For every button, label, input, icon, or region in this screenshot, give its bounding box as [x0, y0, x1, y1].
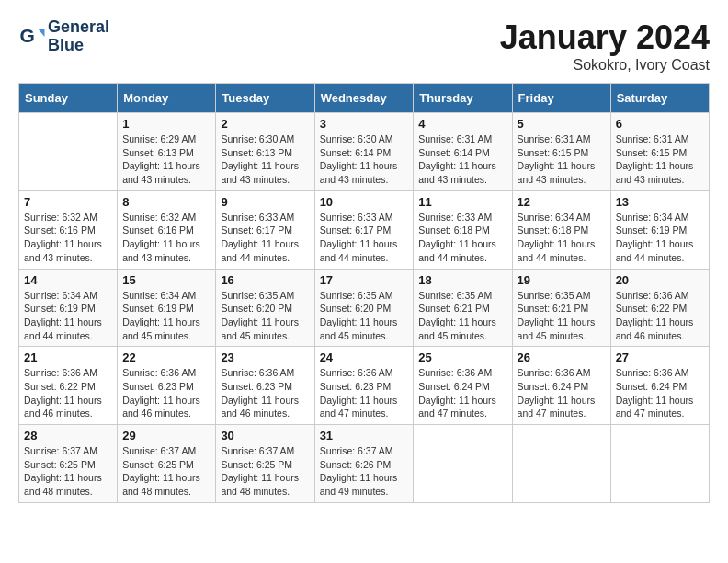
column-header-friday: Friday — [512, 84, 610, 113]
calendar-table: SundayMondayTuesdayWednesdayThursdayFrid… — [18, 83, 710, 503]
calendar-week-1: 1Sunrise: 6:29 AMSunset: 6:13 PMDaylight… — [19, 113, 710, 191]
calendar-cell: 7Sunrise: 6:32 AMSunset: 6:16 PMDaylight… — [19, 190, 118, 269]
day-number: 16 — [221, 273, 309, 287]
column-header-wednesday: Wednesday — [314, 84, 414, 113]
logo-line2: Blue — [48, 37, 109, 55]
day-number: 25 — [418, 350, 506, 364]
day-info: Sunrise: 6:34 AMSunset: 6:19 PMDaylight:… — [616, 211, 704, 265]
day-number: 8 — [122, 195, 210, 209]
day-info: Sunrise: 6:30 AMSunset: 6:13 PMDaylight:… — [221, 132, 309, 187]
calendar-cell: 8Sunrise: 6:32 AMSunset: 6:16 PMDaylight… — [118, 190, 216, 269]
calendar-cell: 25Sunrise: 6:36 AMSunset: 6:24 PMDayligh… — [414, 347, 512, 425]
day-info: Sunrise: 6:31 AMSunset: 6:15 PMDaylight:… — [518, 132, 606, 187]
calendar-cell: 16Sunrise: 6:35 AMSunset: 6:20 PMDayligh… — [216, 269, 314, 347]
column-header-saturday: Saturday — [610, 84, 709, 113]
day-info: Sunrise: 6:37 AMSunset: 6:25 PMDaylight:… — [24, 444, 112, 499]
day-number: 31 — [320, 429, 409, 442]
day-info: Sunrise: 6:29 AMSunset: 6:13 PMDaylight:… — [122, 132, 210, 187]
day-number: 10 — [320, 195, 409, 209]
calendar-cell: 13Sunrise: 6:34 AMSunset: 6:19 PMDayligh… — [610, 190, 709, 269]
day-info: Sunrise: 6:31 AMSunset: 6:14 PMDaylight:… — [418, 132, 506, 187]
day-info: Sunrise: 6:36 AMSunset: 6:22 PMDaylight:… — [616, 289, 704, 343]
calendar-cell: 12Sunrise: 6:34 AMSunset: 6:18 PMDayligh… — [512, 190, 610, 269]
title-block: January 2024 Sokokro, Ivory Coast — [500, 18, 710, 74]
day-number: 5 — [518, 117, 606, 131]
day-info: Sunrise: 6:35 AMSunset: 6:20 PMDaylight:… — [320, 289, 409, 343]
calendar-cell: 14Sunrise: 6:34 AMSunset: 6:19 PMDayligh… — [19, 269, 118, 347]
day-info: Sunrise: 6:32 AMSunset: 6:16 PMDaylight:… — [24, 211, 112, 265]
calendar-cell: 17Sunrise: 6:35 AMSunset: 6:20 PMDayligh… — [314, 269, 414, 347]
logo-text: General Blue — [48, 18, 109, 55]
calendar-cell: 19Sunrise: 6:35 AMSunset: 6:21 PMDayligh… — [512, 269, 610, 347]
column-header-sunday: Sunday — [19, 84, 118, 113]
calendar-cell: 26Sunrise: 6:36 AMSunset: 6:24 PMDayligh… — [512, 347, 610, 425]
calendar-cell: 3Sunrise: 6:30 AMSunset: 6:14 PMDaylight… — [314, 113, 414, 191]
day-info: Sunrise: 6:35 AMSunset: 6:20 PMDaylight:… — [221, 289, 309, 343]
day-number: 22 — [122, 350, 210, 364]
day-info: Sunrise: 6:36 AMSunset: 6:24 PMDaylight:… — [518, 366, 606, 420]
day-number: 20 — [616, 273, 704, 287]
calendar-body: 1Sunrise: 6:29 AMSunset: 6:13 PMDaylight… — [19, 113, 710, 503]
day-number: 14 — [24, 273, 112, 287]
day-number: 6 — [616, 117, 704, 131]
day-number: 3 — [320, 117, 409, 131]
day-info: Sunrise: 6:36 AMSunset: 6:22 PMDaylight:… — [24, 366, 112, 420]
calendar-cell: 2Sunrise: 6:30 AMSunset: 6:13 PMDaylight… — [216, 113, 314, 191]
calendar-cell: 22Sunrise: 6:36 AMSunset: 6:23 PMDayligh… — [118, 347, 216, 425]
svg-marker-1 — [38, 29, 45, 37]
day-number: 29 — [122, 429, 210, 442]
calendar-cell: 20Sunrise: 6:36 AMSunset: 6:22 PMDayligh… — [610, 269, 709, 347]
calendar-cell: 18Sunrise: 6:35 AMSunset: 6:21 PMDayligh… — [414, 269, 512, 347]
calendar-cell: 28Sunrise: 6:37 AMSunset: 6:25 PMDayligh… — [19, 425, 118, 503]
day-number: 27 — [616, 350, 704, 364]
day-number: 15 — [122, 273, 210, 287]
calendar-cell: 21Sunrise: 6:36 AMSunset: 6:22 PMDayligh… — [19, 347, 118, 425]
calendar-cell: 27Sunrise: 6:36 AMSunset: 6:24 PMDayligh… — [610, 347, 709, 425]
day-number: 2 — [221, 117, 309, 131]
day-info: Sunrise: 6:35 AMSunset: 6:21 PMDaylight:… — [418, 289, 506, 343]
svg-text:G: G — [20, 25, 35, 46]
day-info: Sunrise: 6:34 AMSunset: 6:18 PMDaylight:… — [518, 211, 606, 265]
day-number: 19 — [518, 273, 606, 287]
calendar-cell — [610, 425, 709, 503]
day-number: 13 — [616, 195, 704, 209]
day-info: Sunrise: 6:35 AMSunset: 6:21 PMDaylight:… — [518, 289, 606, 343]
calendar-cell: 24Sunrise: 6:36 AMSunset: 6:23 PMDayligh… — [314, 347, 414, 425]
day-number: 11 — [418, 195, 506, 209]
calendar-cell: 4Sunrise: 6:31 AMSunset: 6:14 PMDaylight… — [414, 113, 512, 191]
calendar-cell: 9Sunrise: 6:33 AMSunset: 6:17 PMDaylight… — [216, 190, 314, 269]
calendar-week-3: 14Sunrise: 6:34 AMSunset: 6:19 PMDayligh… — [19, 269, 710, 347]
day-number: 12 — [518, 195, 606, 209]
calendar-cell: 30Sunrise: 6:37 AMSunset: 6:25 PMDayligh… — [216, 425, 314, 503]
day-info: Sunrise: 6:36 AMSunset: 6:24 PMDaylight:… — [616, 366, 704, 420]
day-number: 24 — [320, 350, 409, 364]
calendar-cell: 6Sunrise: 6:31 AMSunset: 6:15 PMDaylight… — [610, 113, 709, 191]
day-number: 4 — [418, 117, 506, 131]
month-title: January 2024 — [500, 18, 710, 57]
logo-line1: General — [48, 18, 109, 37]
calendar-cell: 15Sunrise: 6:34 AMSunset: 6:19 PMDayligh… — [118, 269, 216, 347]
day-info: Sunrise: 6:30 AMSunset: 6:14 PMDaylight:… — [320, 132, 409, 187]
page-header: G General Blue January 2024 Sokokro, Ivo… — [18, 18, 710, 74]
day-number: 17 — [320, 273, 409, 287]
day-info: Sunrise: 6:33 AMSunset: 6:17 PMDaylight:… — [221, 211, 309, 265]
day-number: 21 — [24, 350, 112, 364]
day-number: 28 — [24, 429, 112, 442]
day-info: Sunrise: 6:34 AMSunset: 6:19 PMDaylight:… — [122, 289, 210, 343]
calendar-week-4: 21Sunrise: 6:36 AMSunset: 6:22 PMDayligh… — [19, 347, 710, 425]
calendar-cell: 10Sunrise: 6:33 AMSunset: 6:17 PMDayligh… — [314, 190, 414, 269]
day-number: 23 — [221, 350, 309, 364]
calendar-header: SundayMondayTuesdayWednesdayThursdayFrid… — [19, 84, 710, 113]
column-header-monday: Monday — [118, 84, 216, 113]
column-header-tuesday: Tuesday — [216, 84, 314, 113]
calendar-week-2: 7Sunrise: 6:32 AMSunset: 6:16 PMDaylight… — [19, 190, 710, 269]
calendar-cell: 5Sunrise: 6:31 AMSunset: 6:15 PMDaylight… — [512, 113, 610, 191]
day-info: Sunrise: 6:37 AMSunset: 6:26 PMDaylight:… — [320, 444, 409, 499]
day-number: 9 — [221, 195, 309, 209]
day-number: 30 — [221, 429, 309, 442]
calendar-cell — [512, 425, 610, 503]
day-info: Sunrise: 6:37 AMSunset: 6:25 PMDaylight:… — [221, 444, 309, 499]
day-info: Sunrise: 6:33 AMSunset: 6:17 PMDaylight:… — [320, 211, 409, 265]
calendar-cell: 29Sunrise: 6:37 AMSunset: 6:25 PMDayligh… — [118, 425, 216, 503]
logo-icon: G — [18, 23, 46, 51]
